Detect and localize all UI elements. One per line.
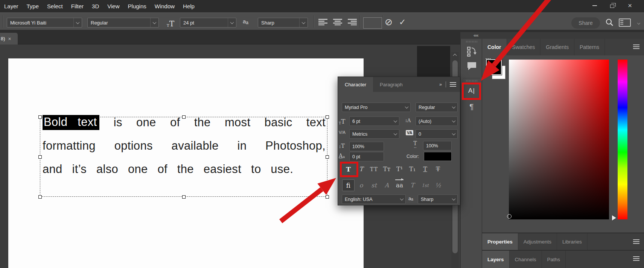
cp-color-swatch[interactable]	[424, 152, 452, 161]
cp-tracking-select[interactable]: 0	[416, 129, 458, 139]
restore-button[interactable]	[603, 0, 621, 11]
close-button[interactable]: ×	[621, 0, 639, 11]
font-size-icon: TT	[167, 20, 174, 28]
swash-button[interactable]: o	[355, 179, 367, 191]
text-line-3[interactable]: and it’s also one of the easiest to use.	[43, 161, 326, 177]
tab-channels[interactable]: Channels	[510, 251, 542, 268]
menu-layer[interactable]: Layer	[0, 0, 23, 12]
discretionary-ligatures-button[interactable]: st	[368, 179, 380, 191]
menu-3d[interactable]: 3D	[88, 0, 103, 12]
hue-slider[interactable]	[618, 60, 627, 219]
selected-text-highlight[interactable]: Bold text	[43, 115, 99, 130]
cp-anti-alias-select[interactable]: Sharp	[418, 194, 458, 204]
grip-handle[interactable]	[466, 41, 477, 43]
tab-adjustments[interactable]: Adjustments	[518, 233, 557, 250]
menu-help[interactable]: Help	[179, 0, 199, 12]
cp-tracking-value: 0	[416, 132, 450, 137]
text-line-2[interactable]: formattingoptionsavailableinPhotoshop,	[43, 138, 326, 154]
tab-layers[interactable]: Layers	[482, 251, 510, 268]
commit-edit-button[interactable]: ✓	[399, 17, 406, 27]
all-caps-button[interactable]: TT	[368, 163, 380, 175]
share-button[interactable]: Share	[571, 17, 600, 29]
menu-filter[interactable]: Filter	[67, 0, 88, 12]
fractions-button[interactable]: ½	[432, 179, 444, 191]
underline-button[interactable]: T	[419, 163, 431, 175]
ligatures-button[interactable]: fi	[342, 179, 355, 191]
handle-bottom-left[interactable]	[38, 195, 42, 199]
menu-plugins[interactable]: Plugins	[124, 0, 151, 12]
color-picker-cursor[interactable]	[507, 214, 512, 219]
tab-patterns[interactable]: Patterns	[574, 39, 605, 55]
titling-alternates-button[interactable]: T	[406, 179, 419, 191]
text-bounding-box[interactable]: Bold text isoneofthemostbasictext format…	[40, 117, 327, 197]
contextual-alternates-button[interactable]: aa	[393, 179, 406, 191]
cp-font-family-select[interactable]: Myriad Pro	[342, 103, 411, 112]
font-size-select[interactable]: 24 pt	[180, 18, 236, 28]
cp-language-select[interactable]: English: USA	[342, 194, 406, 204]
handle-top-left[interactable]	[38, 115, 42, 119]
comments-panel-button[interactable]	[461, 61, 483, 70]
tab-libraries[interactable]: Libraries	[557, 233, 588, 250]
search-icon	[605, 18, 614, 27]
color-panel-menu-icon[interactable]	[633, 44, 639, 49]
panel-collapse-icon[interactable]: »	[439, 82, 442, 87]
align-center-button[interactable]	[332, 17, 344, 26]
scroll-up-icon[interactable]	[453, 54, 457, 58]
superscript-button[interactable]: T¹	[393, 163, 406, 175]
cp-font-size-select[interactable]: 6 pt	[349, 116, 399, 126]
menu-view[interactable]: View	[103, 0, 123, 12]
text-color-swatch[interactable]	[363, 17, 382, 29]
ordinals-button[interactable]: 1st	[419, 179, 431, 191]
align-right-button[interactable]	[346, 17, 358, 26]
subscript-button[interactable]: T₁	[406, 163, 419, 175]
font-family-select[interactable]: Microsoft Yi Baiti	[7, 18, 82, 28]
menu-window[interactable]: Window	[151, 0, 179, 12]
cp-leading-value: (Auto)	[416, 119, 450, 124]
handle-bottom-center[interactable]	[182, 195, 186, 199]
cp-vertical-scale-field[interactable]: 100%	[349, 142, 384, 151]
tab-properties[interactable]: Properties	[482, 233, 518, 250]
cp-kerning-select[interactable]: Metrics	[349, 129, 399, 139]
anti-alias-select[interactable]: Sharp	[258, 18, 308, 28]
hue-slider-marker[interactable]	[612, 215, 616, 221]
tab-close-icon[interactable]: ×	[8, 36, 11, 42]
cp-baseline-shift-field[interactable]: 0 pt	[349, 152, 384, 161]
tab-paths[interactable]: Paths	[542, 251, 566, 268]
cp-leading-select[interactable]: (Auto)	[416, 116, 458, 126]
cp-horizontal-scale-field[interactable]: 100%	[423, 141, 452, 150]
tab-swatches[interactable]: Swatches	[507, 39, 541, 55]
history-panel-button[interactable]	[461, 46, 483, 57]
handle-middle-left[interactable]	[38, 155, 42, 159]
tab-character[interactable]: Character	[338, 77, 373, 92]
cp-font-family-value: Myriad Pro	[342, 105, 403, 110]
minimize-button[interactable]	[586, 0, 603, 11]
menu-select[interactable]: Select	[43, 0, 67, 12]
collapse-panels-icon[interactable]: ««	[473, 32, 478, 38]
layers-panel-menu-icon[interactable]	[633, 256, 639, 261]
panel-menu-icon[interactable]	[450, 82, 456, 87]
workspace-switcher-button[interactable]	[619, 18, 631, 27]
font-style-select[interactable]: Regular	[87, 18, 159, 28]
saturation-brightness-picker[interactable]	[509, 60, 609, 219]
cancel-edit-button[interactable]: ⊘	[385, 17, 393, 28]
search-button[interactable]	[605, 18, 614, 28]
strikethrough-button[interactable]: T	[432, 163, 444, 175]
properties-panel-menu-icon[interactable]	[633, 239, 639, 244]
small-caps-button[interactable]: Tᴛ	[381, 163, 393, 175]
tab-color[interactable]: Color	[482, 39, 507, 55]
handle-top-right[interactable]	[326, 115, 329, 119]
menu-type[interactable]: Type	[23, 0, 43, 12]
tab-gradients[interactable]: Gradients	[540, 39, 574, 55]
stylistic-alternates-button[interactable]: A	[381, 179, 393, 191]
paragraph-panel-button[interactable]: ¶	[461, 102, 483, 111]
foreground-color-swatch[interactable]	[486, 59, 502, 75]
grip-handle[interactable]	[466, 80, 477, 82]
document-tab[interactable]: 8) ×	[0, 33, 18, 44]
text-line-1[interactable]: Bold text isoneofthemostbasictext	[43, 115, 326, 130]
align-left-button[interactable]	[317, 17, 329, 26]
cp-font-style-select[interactable]: Regular	[416, 103, 458, 112]
canvas-surface[interactable]: Bold text isoneofthemostbasictext format…	[8, 58, 364, 268]
tab-paragraph[interactable]: Paragraph	[373, 77, 410, 92]
handle-middle-right[interactable]	[326, 155, 329, 159]
handle-bottom-right[interactable]	[326, 195, 329, 199]
